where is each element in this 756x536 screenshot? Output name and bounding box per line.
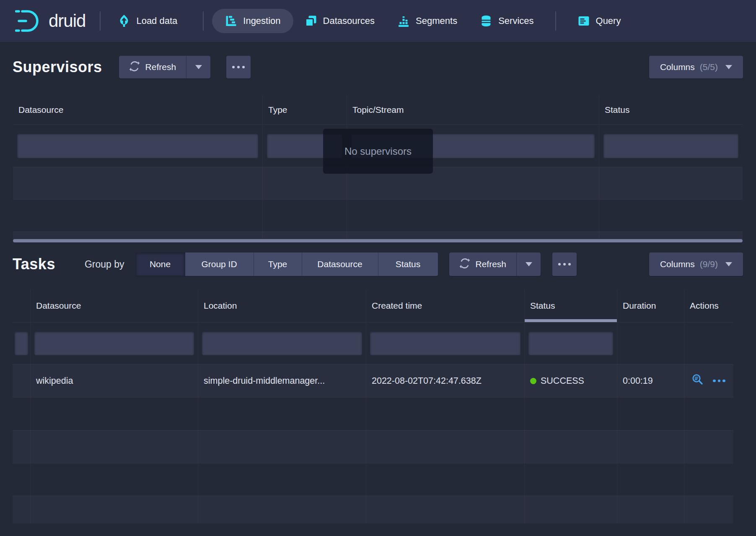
filter-input[interactable] (603, 134, 738, 158)
nav-item-label: Query (596, 16, 621, 26)
caret-down-icon (195, 65, 202, 69)
supervisors-refresh-split-button: Refresh (119, 56, 211, 78)
filter-input[interactable] (370, 332, 520, 355)
column-header[interactable]: Datasource (31, 289, 198, 322)
group-by-type-button[interactable]: Type (254, 252, 302, 276)
nav-item-label: Segments (416, 16, 457, 26)
supervisors-header-row: Datasource Type Topic/Stream Status (13, 95, 743, 124)
nav-item-label: Load data (136, 16, 177, 26)
column-header[interactable]: Type (263, 95, 347, 124)
success-status-icon (530, 378, 536, 384)
nav-item-services[interactable]: Services (469, 0, 545, 42)
nav-item-query[interactable]: Query (566, 0, 632, 42)
more-icon (558, 263, 561, 265)
tasks-filter-row (13, 322, 733, 364)
refresh-button[interactable]: Refresh (449, 252, 517, 276)
supervisors-columns-button[interactable]: Columns (5/5) (649, 56, 743, 78)
refresh-icon (459, 258, 470, 271)
nav-item-load-data[interactable]: Load data (106, 0, 189, 42)
tasks-title: Tasks (13, 255, 55, 273)
empty-table-row (13, 397, 733, 430)
nav-item-ingestion-active[interactable]: Ingestion (212, 9, 293, 33)
tasks-more-button[interactable] (552, 252, 577, 276)
column-header[interactable]: Location (198, 289, 366, 322)
nav-item-datasources[interactable]: Datasources (293, 0, 386, 42)
nav-item-label: Datasources (323, 16, 375, 26)
refresh-label: Refresh (145, 62, 176, 72)
caret-down-icon (725, 65, 732, 69)
columns-label: Columns (660, 62, 695, 72)
refresh-button[interactable]: Refresh (119, 56, 186, 78)
datasource-cell[interactable]: wikipedia (31, 364, 198, 397)
column-header[interactable]: Actions (684, 289, 733, 322)
supervisors-title: Supervisors (13, 58, 102, 76)
top-nav: druid Load data (0, 0, 756, 42)
group-by-none-button[interactable]: None (136, 252, 185, 276)
task-row-wikipedia[interactable]: wikipedia simple-druid-middlemanager... … (13, 364, 733, 397)
column-header-status-sorted[interactable]: Status (525, 289, 617, 322)
column-header[interactable]: Topic/Stream (347, 95, 599, 124)
supervisors-table: Datasource Type Topic/Stream Status No s… (13, 95, 743, 242)
group-by-label: Group by (85, 259, 124, 270)
column-header[interactable]: Duration (617, 289, 684, 322)
column-header[interactable] (13, 289, 31, 322)
nav-item-segments[interactable]: Segments (386, 0, 469, 42)
empty-table-row (13, 463, 733, 496)
load-data-icon (118, 14, 130, 28)
task-actions-menu-icon[interactable] (713, 380, 725, 382)
columns-label: Columns (660, 259, 695, 269)
ingestion-icon (225, 15, 237, 27)
sort-indicator (525, 319, 617, 322)
tasks-toolbar: Tasks Group by None Group ID Type Dataso… (0, 252, 756, 276)
tasks-table: Datasource Location Created time Status … (13, 289, 733, 523)
group-by-group-id-button[interactable]: Group ID (185, 252, 254, 276)
no-supervisors-message: No supervisors (323, 129, 433, 174)
filter-input[interactable] (202, 332, 362, 355)
nav-divider (100, 11, 101, 31)
segments-icon (397, 15, 410, 27)
created-time-cell[interactable]: 2022-08-02T07:42:47.638Z (366, 364, 525, 397)
column-header[interactable]: Datasource (13, 95, 263, 124)
datasources-icon (305, 15, 317, 27)
more-icon (232, 66, 235, 68)
nav-item-label: Services (498, 16, 533, 26)
supervisors-more-button[interactable] (226, 56, 251, 78)
empty-table-row (13, 496, 733, 523)
column-header[interactable]: Status (599, 95, 743, 124)
filter-input[interactable] (17, 134, 258, 158)
druid-console: druid Load data (0, 0, 756, 536)
caret-down-icon (526, 262, 532, 266)
inspect-task-icon[interactable] (691, 373, 704, 389)
tasks-header-row: Datasource Location Created time Status … (13, 289, 733, 322)
filter-input[interactable] (15, 332, 28, 355)
refresh-dropdown-button[interactable] (516, 252, 541, 276)
horizontal-scrollbar[interactable] (13, 239, 743, 242)
tasks-columns-button[interactable]: Columns (9/9) (649, 252, 743, 276)
tasks-refresh-split-button: Refresh (449, 252, 541, 276)
group-by-button-group: None Group ID Type Datasource Status (136, 252, 438, 276)
supervisors-toolbar: Supervisors Refresh (0, 50, 756, 84)
caret-down-icon (725, 262, 732, 266)
druid-mark-icon (15, 8, 42, 34)
filter-input[interactable] (528, 332, 613, 355)
column-header[interactable]: Created time (366, 289, 525, 322)
refresh-icon (129, 61, 140, 74)
nav-item-label: Ingestion (243, 16, 280, 26)
empty-table-row (13, 430, 733, 463)
actions-cell (684, 364, 733, 397)
services-icon (480, 15, 492, 27)
columns-count: (5/5) (700, 62, 718, 72)
brand-wordmark: druid (49, 11, 85, 31)
refresh-label: Refresh (476, 259, 507, 269)
status-cell[interactable]: SUCCESS (525, 364, 617, 397)
duration-cell[interactable]: 0:00:19 (617, 364, 684, 397)
group-by-datasource-button[interactable]: Datasource (302, 252, 378, 276)
columns-count: (9/9) (700, 259, 718, 269)
query-icon (577, 15, 590, 27)
location-cell[interactable]: simple-druid-middlemanager... (198, 364, 366, 397)
refresh-dropdown-button[interactable] (186, 56, 210, 78)
druid-logo[interactable]: druid (15, 8, 85, 34)
nav-divider (555, 11, 556, 31)
filter-input[interactable] (34, 332, 194, 355)
group-by-status-button[interactable]: Status (378, 252, 438, 276)
